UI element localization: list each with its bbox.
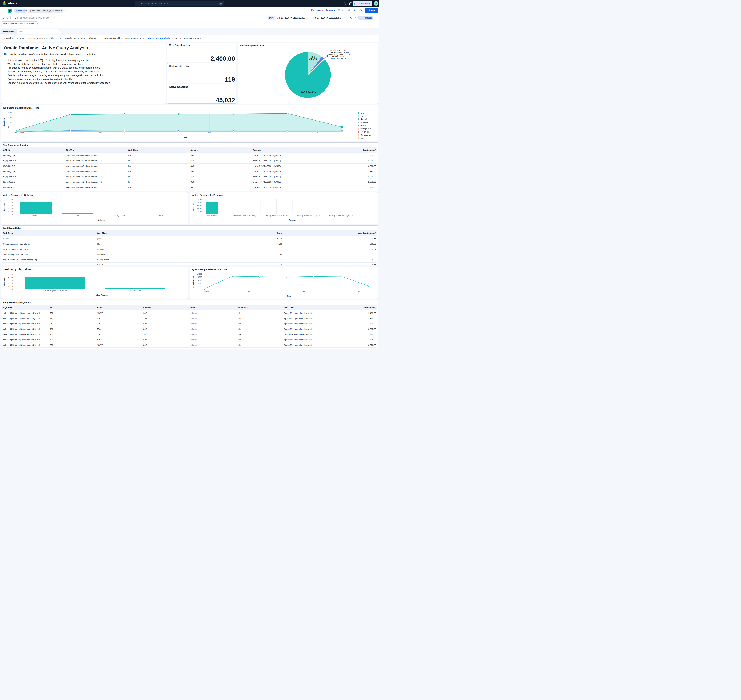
svg-text:Sessions: Sessions <box>3 278 5 285</box>
svg-text:0: 0 <box>12 288 13 290</box>
svg-text:Client Address: Client Address <box>96 294 108 296</box>
svg-text:10,000: 10,000 <box>8 285 13 287</box>
svg-text:30,000: 30,000 <box>8 279 13 281</box>
svg-text:0: 0 <box>12 213 13 215</box>
svg-text:6,000: 6,000 <box>8 116 12 118</box>
svg-text:otelcol-contrib: otelcol-contrib <box>207 215 218 216</box>
svg-text:C##OTEL: C##OTEL <box>32 215 40 216</box>
svg-text:oracle@7c74cb60361e (W001): oracle@7c74cb60361e (W001) <box>265 215 288 216</box>
svg-text:4,000: 4,000 <box>198 282 202 284</box>
svg-text:30,000: 30,000 <box>8 204 13 206</box>
svg-text:Sample Count: Sample Count <box>192 276 194 288</box>
svg-text:50,000: 50,000 <box>8 199 13 200</box>
svg-text:Program: Program <box>289 219 296 221</box>
svg-text:oracle@7c74cb60361e (W003): oracle@7c74cb60361e (W003) <box>329 215 353 216</box>
svg-text:12th: 12th <box>301 291 305 293</box>
svg-text:11th: 11th <box>99 132 103 134</box>
svg-text:8,000: 8,000 <box>198 276 202 278</box>
svg-text:oracle@7c74cb60361e (W007): oracle@7c74cb60361e (W007) <box>297 215 321 216</box>
svg-text:0: 0 <box>12 131 12 133</box>
svg-text:50,000: 50,000 <box>8 273 13 275</box>
svg-text:2,000: 2,000 <box>198 285 202 287</box>
svg-text:Concurrency 0.02%: Concurrency 0.02% <box>329 57 346 59</box>
svg-text:March 2026: March 2026 <box>204 291 213 293</box>
svg-text:11th: 11th <box>247 291 250 293</box>
svg-text:Time: Time <box>287 295 291 297</box>
svg-text:8,000: 8,000 <box>8 111 12 113</box>
svg-text:30,000: 30,000 <box>197 204 203 206</box>
svg-text:6,000: 6,000 <box>198 279 202 281</box>
svg-text:Sessions: Sessions <box>192 203 194 211</box>
svg-text:13th: 13th <box>317 132 321 134</box>
svg-text:50,000: 50,000 <box>197 199 203 200</box>
svg-text:Schema: Schema <box>98 219 105 221</box>
svg-text:10,000: 10,000 <box>8 210 13 212</box>
svg-text:oracle@7c74cb60361e (W006): oracle@7c74cb60361e (W006) <box>232 215 256 216</box>
svg-text:SYS: SYS <box>76 215 79 216</box>
svg-text:20,000: 20,000 <box>197 207 203 209</box>
svg-text:4,000: 4,000 <box>8 121 12 123</box>
svg-text:Time: Time <box>182 137 187 138</box>
svg-text:10,000: 10,000 <box>197 273 202 275</box>
svg-text:0: 0 <box>201 288 202 290</box>
svg-text:10.17%: 10.17% <box>309 58 317 60</box>
svg-text:(blank) 87.22%: (blank) 87.22% <box>300 91 316 93</box>
svg-text:12th: 12th <box>208 132 211 134</box>
svg-text:Sessions: Sessions <box>3 118 5 126</box>
svg-text:40,000: 40,000 <box>8 201 13 203</box>
svg-text:MDSYS: MDSYS <box>158 215 164 216</box>
svg-text:Sessions: Sessions <box>3 203 5 211</box>
svg-text:2,000: 2,000 <box>8 126 12 128</box>
svg-text:service-integrations-ubuntu-02: service-integrations-ubuntu-02 <box>44 290 66 291</box>
svg-text:40,000: 40,000 <box>8 276 13 278</box>
svg-text:APEX_050000: APEX_050000 <box>113 215 125 216</box>
svg-text:March 2026: March 2026 <box>15 132 24 134</box>
svg-text:10,000: 10,000 <box>197 210 203 212</box>
svg-text:20,000: 20,000 <box>8 282 13 284</box>
svg-text:40,000: 40,000 <box>197 201 203 203</box>
svg-text:13th: 13th <box>356 291 360 293</box>
svg-text:0: 0 <box>201 213 203 215</box>
svg-text:7c74cb60361e: 7c74cb60361e <box>130 290 141 291</box>
svg-text:20,000: 20,000 <box>8 207 13 209</box>
